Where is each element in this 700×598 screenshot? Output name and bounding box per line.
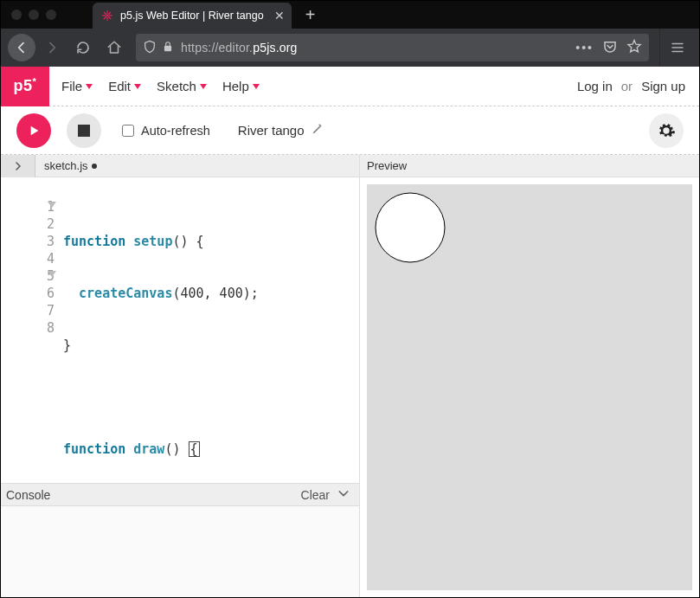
p5-logo[interactable]: p5* <box>1 67 49 106</box>
svg-point-11 <box>376 193 445 262</box>
page-actions-icon[interactable]: ••• <box>575 41 594 55</box>
chevron-right-icon <box>13 161 23 171</box>
preview-canvas <box>367 184 692 530</box>
pencil-icon[interactable] <box>311 123 324 138</box>
browser-toolbar: https://editor.p5js.org ••• <box>1 29 699 67</box>
file-header: sketch.js <box>1 155 359 177</box>
url-text: https://editor.p5js.org <box>181 41 568 55</box>
auto-refresh-toggle[interactable]: Auto-refresh <box>122 124 210 138</box>
svg-rect-9 <box>164 45 171 50</box>
browser-tab-bar: p5.js Web Editor | River tango ✕ + <box>1 1 699 29</box>
account-links: Log in or Sign up <box>577 79 699 93</box>
minimize-window-dot[interactable] <box>29 10 39 20</box>
forward-button <box>37 33 67 62</box>
fold-icon[interactable] <box>48 202 56 208</box>
preview-canvas-wrap <box>367 184 692 590</box>
login-link[interactable]: Log in <box>577 79 613 93</box>
menu-file[interactable]: File <box>61 79 93 93</box>
play-button[interactable] <box>16 113 51 148</box>
console-body[interactable] <box>1 506 359 597</box>
stop-button[interactable] <box>67 113 101 148</box>
settings-button[interactable] <box>649 113 684 148</box>
console-clear-button[interactable]: Clear <box>301 488 330 502</box>
url-bar[interactable]: https://editor.p5js.org ••• <box>136 34 649 61</box>
editor-pane: sketch.js 1 2 3 4 5 6 7 8 function setup… <box>1 155 360 597</box>
pocket-icon[interactable] <box>602 39 618 57</box>
svg-rect-6 <box>103 11 106 15</box>
svg-rect-7 <box>103 16 106 20</box>
svg-point-0 <box>106 15 108 16</box>
close-tab-icon[interactable]: ✕ <box>274 9 285 23</box>
signup-link[interactable]: Sign up <box>641 79 685 93</box>
caret-down-icon <box>200 84 207 89</box>
chevron-down-icon[interactable] <box>330 486 350 503</box>
back-button[interactable] <box>8 34 35 61</box>
fold-icon[interactable] <box>48 271 56 277</box>
caret-down-icon <box>253 84 260 89</box>
close-window-dot[interactable] <box>11 10 22 20</box>
code-editor[interactable]: 1 2 3 4 5 6 7 8 function setup() { creat… <box>1 177 359 483</box>
preview-header: Preview <box>360 155 699 177</box>
preview-pane: Preview <box>360 155 699 597</box>
svg-rect-1 <box>106 10 107 14</box>
preview-title: Preview <box>367 159 407 172</box>
sketch-name-text: River tango <box>238 123 305 138</box>
filename-label[interactable]: sketch.js <box>44 159 88 172</box>
shield-icon[interactable] <box>143 40 157 56</box>
new-tab-button[interactable]: + <box>297 1 324 29</box>
console-title: Console <box>6 488 50 502</box>
svg-rect-5 <box>108 11 112 15</box>
caret-down-icon <box>86 84 93 89</box>
sketch-name[interactable]: River tango <box>238 123 324 138</box>
or-text: or <box>621 79 633 93</box>
stop-icon <box>78 125 90 137</box>
bookmark-star-icon[interactable] <box>626 39 642 57</box>
auto-refresh-label: Auto-refresh <box>141 124 210 138</box>
expand-sidebar-button[interactable] <box>1 155 35 177</box>
browser-menu-button[interactable] <box>663 33 692 62</box>
svg-rect-2 <box>106 17 107 21</box>
sketch-toolbar: Auto-refresh River tango <box>1 106 699 155</box>
browser-tab[interactable]: p5.js Web Editor | River tango ✕ <box>93 3 292 29</box>
workspace: sketch.js 1 2 3 4 5 6 7 8 function setup… <box>1 155 699 597</box>
menu-sketch[interactable]: Sketch <box>157 79 207 93</box>
menu-edit[interactable]: Edit <box>108 79 141 93</box>
svg-rect-3 <box>102 15 106 16</box>
p5-favicon-icon <box>101 10 113 22</box>
unsaved-indicator-icon <box>92 164 97 169</box>
console-header: Console Clear <box>1 483 359 506</box>
svg-rect-8 <box>108 16 112 20</box>
gear-icon <box>657 121 676 140</box>
menu-bar: p5* File Edit Sketch Help Log in or Sign… <box>1 67 699 106</box>
p5-editor-app: p5* File Edit Sketch Help Log in or Sign… <box>1 67 699 597</box>
home-button[interactable] <box>100 33 129 62</box>
svg-rect-4 <box>109 15 112 16</box>
code-content[interactable]: function setup() { createCanvas(400, 400… <box>61 198 359 483</box>
reload-button[interactable] <box>68 33 98 62</box>
caret-down-icon <box>134 84 141 89</box>
browser-tab-title: p5.js Web Editor | River tango <box>120 10 264 22</box>
window-controls <box>1 1 67 29</box>
auto-refresh-checkbox[interactable] <box>122 125 134 137</box>
menu-help[interactable]: Help <box>222 79 260 93</box>
maximize-window-dot[interactable] <box>46 10 56 20</box>
line-gutter: 1 2 3 4 5 6 7 8 <box>1 198 61 483</box>
lock-icon[interactable] <box>162 41 174 55</box>
